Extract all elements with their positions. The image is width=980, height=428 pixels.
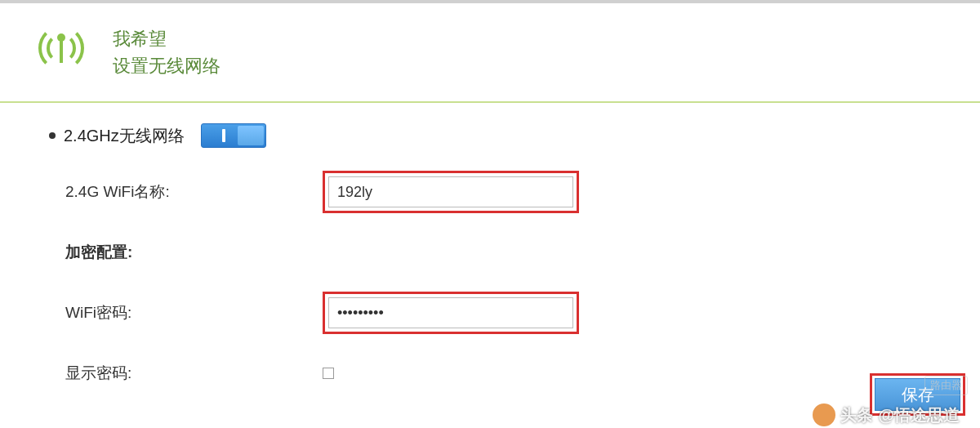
show-password-label: 显示密码: (49, 363, 323, 384)
bullet-icon (49, 132, 56, 139)
avatar-icon (813, 403, 835, 426)
watermark-badge: 路由器 (924, 376, 968, 395)
header-title: 我希望 设置无线网络 (113, 25, 220, 79)
highlight-box (323, 171, 579, 213)
section-row: 2.4GHz无线网络 (49, 123, 980, 148)
show-password-row: 显示密码: (49, 357, 980, 390)
wifi-password-row: WiFi密码: (49, 292, 980, 334)
header-line2: 设置无线网络 (113, 52, 220, 79)
show-password-checkbox[interactable] (323, 368, 334, 379)
section-title: 2.4GHz无线网络 (64, 125, 185, 147)
wifi-toggle-switch[interactable] (201, 123, 266, 148)
wifi-signal-icon (24, 24, 98, 81)
page-header: 我希望 设置无线网络 (0, 3, 980, 103)
wifi-name-row: 2.4G WiFi名称: (49, 171, 980, 213)
encryption-label: 加密配置: (49, 242, 323, 263)
wifi-password-input[interactable] (328, 297, 573, 328)
header-line1: 我希望 (113, 25, 220, 52)
wifi-password-label: WiFi密码: (49, 302, 323, 323)
highlight-box (323, 292, 579, 334)
watermark-author: @悟途思道 (878, 404, 960, 426)
wifi-name-label: 2.4G WiFi名称: (49, 181, 323, 203)
watermark-text: 头条 @悟途思道 (813, 403, 960, 426)
content-area: 2.4GHz无线网络 2.4G WiFi名称: 加密配置: WiFi密码: 显示… (0, 103, 980, 390)
watermark-prefix: 头条 (840, 404, 873, 426)
encryption-row: 加密配置: (49, 236, 980, 269)
wifi-name-input[interactable] (328, 176, 573, 207)
